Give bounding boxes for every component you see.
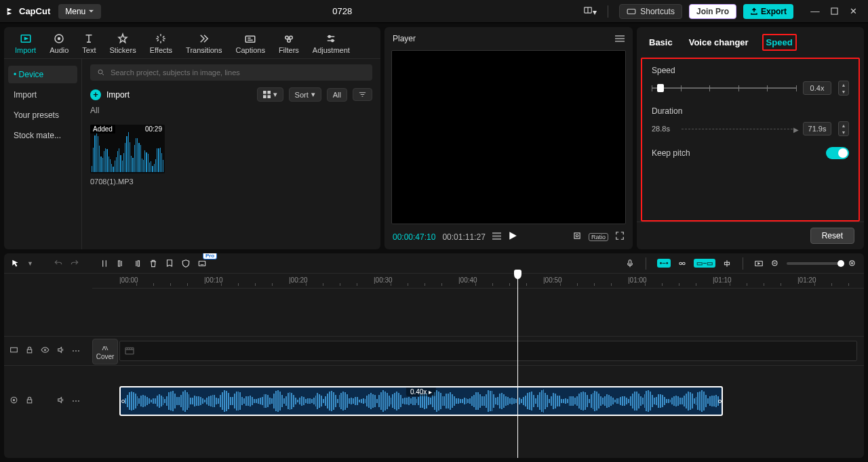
eye-icon[interactable] (41, 345, 50, 356)
top-tab-filters[interactable]: Filters (272, 30, 306, 58)
search-bar[interactable] (90, 64, 372, 81)
top-tab-captions[interactable]: Captions (229, 30, 271, 58)
playhead[interactable] (517, 274, 518, 458)
svg-rect-22 (267, 95, 271, 98)
sort-button[interactable]: Sort ▾ (289, 87, 321, 102)
mute-icon[interactable] (56, 345, 65, 356)
reset-button[interactable]: Reset (810, 228, 854, 244)
top-tab-import[interactable]: Import (8, 30, 43, 58)
mute-icon[interactable] (56, 396, 65, 406)
svg-point-53 (44, 349, 45, 350)
menu-button[interactable]: Menu (58, 4, 101, 19)
audio-track-icon[interactable] (9, 396, 18, 406)
player-viewport[interactable] (391, 50, 626, 224)
speed-label: Speed (652, 66, 849, 75)
mic-icon[interactable] (625, 259, 635, 268)
filter-icon-button[interactable] (353, 88, 372, 101)
list-icon[interactable] (492, 232, 501, 243)
window-minimize-button[interactable]: ― (806, 2, 825, 21)
play-button[interactable] (508, 231, 517, 243)
sidebar-item-stock-mate-[interactable]: Stock mate... (8, 127, 77, 144)
ruler-mark: |00:10 (204, 276, 223, 284)
clip-handle-right[interactable] (717, 387, 722, 415)
link-icon[interactable] (677, 259, 687, 268)
svg-rect-29 (574, 233, 580, 238)
audio-clip[interactable]: 0.40x ▸ (119, 386, 723, 416)
duration-label: Duration (652, 106, 849, 116)
search-input[interactable] (111, 68, 366, 77)
svg-rect-21 (263, 95, 267, 98)
crop-icon[interactable] (572, 231, 582, 243)
top-tab-transitions[interactable]: Transitions (179, 30, 229, 58)
window-close-button[interactable]: ✕ (844, 2, 863, 21)
tab-basic[interactable]: Basic (646, 35, 675, 49)
pointer-dropdown[interactable]: ▼ (27, 260, 33, 267)
zoom-in-button[interactable] (848, 259, 857, 268)
menu-label: Menu (65, 7, 85, 16)
marker-tool[interactable] (165, 259, 174, 268)
top-tab-adjustment[interactable]: Adjustment (306, 30, 357, 58)
media-item[interactable]: Added 00:29 0708(1).MP3 (90, 125, 165, 186)
delete-tool[interactable] (149, 259, 158, 268)
tab-speed[interactable]: Speed (762, 34, 797, 51)
duration-value[interactable]: 71.9s (803, 122, 831, 135)
svg-rect-61 (27, 400, 32, 403)
more-icon[interactable]: ⋯ (72, 346, 80, 356)
sidebar-item-device[interactable]: • Device (8, 66, 77, 83)
svg-rect-27 (492, 235, 501, 236)
join-pro-button[interactable]: Join Pro (689, 4, 736, 19)
snap-chip-1[interactable]: •–• (657, 259, 671, 268)
pointer-tool[interactable] (11, 259, 20, 268)
svg-rect-33 (118, 260, 119, 266)
filter-all-button[interactable]: All (327, 88, 347, 102)
shortcuts-button[interactable]: Shortcuts (619, 4, 682, 19)
lock-icon[interactable] (25, 345, 34, 356)
view-grid-button[interactable]: ▾ (257, 87, 283, 102)
cover-button[interactable]: Cover (92, 339, 118, 364)
ruler-mark: |00:00 (119, 276, 138, 284)
player-menu-icon[interactable] (615, 35, 625, 42)
caption-tool[interactable]: Pro (197, 259, 207, 268)
duration-stepper[interactable]: ▲▼ (838, 121, 849, 136)
fullscreen-icon[interactable] (615, 231, 625, 243)
top-tab-audio[interactable]: Audio (43, 30, 75, 58)
preview-icon[interactable] (754, 259, 764, 268)
tab-voice-changer[interactable]: Voice changer (686, 35, 751, 49)
export-label: Export (761, 7, 787, 16)
ratio-badge[interactable]: Ratio (589, 233, 608, 241)
shield-tool[interactable] (181, 259, 191, 268)
export-button[interactable]: Export (743, 4, 793, 19)
zoom-out-button[interactable] (770, 259, 780, 268)
sidebar-item-your-presets[interactable]: Your presets (8, 106, 77, 124)
window-maximize-button[interactable] (825, 2, 844, 21)
split-tool[interactable] (100, 259, 109, 268)
layout-icon[interactable]: ▾ (583, 5, 597, 17)
ruler-mark: |01:00 (628, 276, 647, 284)
top-tab-effects[interactable]: Effects (143, 30, 179, 58)
clip-handle-left[interactable] (121, 387, 125, 415)
keep-pitch-toggle[interactable] (826, 147, 849, 159)
top-tab-stickers[interactable]: Stickers (103, 30, 143, 58)
speed-value[interactable]: 0.4x (803, 81, 831, 95)
import-plus-icon[interactable]: + (90, 89, 101, 100)
ruler-mark: |00:40 (458, 276, 477, 284)
top-tab-text[interactable]: Text (75, 30, 102, 58)
video-track-icon[interactable] (9, 345, 18, 356)
snap-chip-2[interactable]: ▭–▭ (694, 259, 715, 268)
sidebar-item-import[interactable]: Import (8, 86, 77, 104)
duration-track[interactable]: ▶ (682, 129, 796, 129)
trim-right-tool[interactable] (132, 259, 142, 268)
speed-slider[interactable] (652, 84, 796, 92)
redo-button[interactable] (70, 259, 79, 268)
video-track-placeholder[interactable] (119, 341, 857, 361)
speed-stepper[interactable]: ▲▼ (838, 81, 849, 96)
ruler-mark: |00:30 (374, 276, 393, 284)
undo-button[interactable] (54, 259, 63, 268)
zoom-slider[interactable] (787, 262, 841, 265)
align-icon[interactable] (722, 259, 732, 268)
keep-pitch-label: Keep pitch (652, 148, 690, 158)
lock-icon[interactable] (25, 396, 34, 406)
media-name: 0708(1).MP3 (90, 177, 165, 186)
more-icon[interactable]: ⋯ (72, 396, 80, 406)
trim-left-tool[interactable] (116, 259, 125, 268)
